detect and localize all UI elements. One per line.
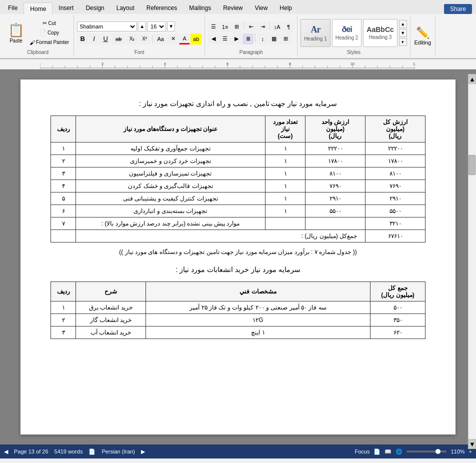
col-count: تعداد مورد نیاز(ست) [266, 116, 306, 142]
tab-layout[interactable]: Layout [110, 2, 140, 14]
utilities-table: جمع کل(میلیون ریال) مشخصات فني شرح ردیف … [50, 282, 426, 339]
tab-mailings[interactable]: Mailings [183, 2, 217, 14]
italic-button[interactable]: I [88, 34, 100, 44]
status-bar: ◀ Page 13 of 26 5419 words 📄 Persian (Ir… [0, 444, 476, 458]
bold-button[interactable]: B [77, 34, 88, 44]
style-heading1[interactable]: Ar Heading 1 [300, 19, 330, 47]
tab-design[interactable]: Design [80, 2, 110, 14]
style-heading3[interactable]: AaBbCc Heading 3 [363, 19, 397, 47]
document-container[interactable]: ▲ ▼ سرمایه مورد نیاز جهت تامین , نصب و ر… [0, 70, 476, 444]
styles-more[interactable]: ▾ [399, 38, 407, 46]
section2-title: سرمایه مورد نیاز خرید انشعابات مورد نیاز… [50, 266, 426, 274]
scroll-thumb[interactable] [468, 155, 476, 175]
align-right-button[interactable]: ▶ [231, 34, 242, 44]
ruler: // will draw via JS below 24681012 [0, 60, 476, 70]
table-row: ۳۵۰ ۱۲G خرید انشعاب گاز ۲ [51, 314, 426, 326]
paragraph-group-label: Paragraph [240, 50, 263, 56]
shading-button[interactable]: ▦ [268, 34, 280, 44]
format-painter-icon: 🖌 [30, 40, 35, 46]
styles-group-label: Styles [347, 50, 360, 56]
decrease-indent-button[interactable]: ⇤ [246, 22, 256, 32]
paste-icon: 📋 [8, 22, 24, 38]
copy-button[interactable]: 📄 Copy [28, 28, 70, 38]
sort-button[interactable]: ↕A [272, 22, 282, 32]
table-row: ۳۲۱۰ موارد پیش بینی نشده (برابر چند درصد… [51, 218, 426, 230]
font-group-label: Font [134, 50, 144, 56]
web-view-icon[interactable]: 🌐 [396, 448, 402, 455]
scroll-up-button[interactable]: ▲ [468, 74, 476, 84]
svg-text:6: 6 [226, 62, 229, 66]
zoom-percent: 110% [450, 448, 464, 454]
table-row: ۵۵۰۰ ۵۵۰۰ ۱ تجهیزات بسته‌بندی و انباردار… [51, 205, 426, 218]
svg-text:8: 8 [289, 62, 292, 66]
line-spacing-button[interactable]: ↕ [257, 34, 268, 44]
tab-home[interactable]: Home [24, 2, 52, 14]
cut-button[interactable]: ✂ Cut [28, 19, 70, 28]
style-heading2[interactable]: ðеi Heading 2 [332, 19, 362, 47]
numbering-button[interactable]: 1≡ [220, 22, 230, 32]
col-id: ردیف [51, 116, 76, 142]
copy-icon: 📄 [40, 30, 46, 36]
underline-button[interactable]: U [100, 34, 111, 44]
font-size-select[interactable]: 16 [147, 22, 166, 32]
styles-scroll-down[interactable]: ▼ [399, 29, 407, 37]
increase-indent-button[interactable]: ⇥ [257, 22, 268, 32]
tab-insert[interactable]: Insert [52, 2, 80, 14]
font-name-select[interactable]: Shabnam [77, 22, 137, 32]
clear-format-button[interactable]: ✕ [168, 34, 178, 44]
document-page: سرمایه مورد نیاز جهت تامین , نصب و راه ا… [20, 80, 456, 434]
justify-button[interactable]: ≣ [242, 34, 254, 44]
col2-id: ردیف [51, 282, 76, 302]
center-button[interactable]: ☰ [220, 34, 230, 44]
styles-group: Ar Heading 1 ðеi Heading 2 AaBbCc Headin… [298, 15, 410, 57]
language: Persian (Iran) [102, 448, 135, 454]
font-color-button[interactable]: A [179, 34, 190, 44]
editing-icon: ✏️ [416, 26, 430, 40]
multilevel-button[interactable]: ⊞ [231, 22, 242, 32]
ribbon-tab-bar: File Home Insert Design Layout Reference… [0, 0, 476, 14]
word-count: 5419 words [54, 448, 83, 454]
change-case-button[interactable]: Aa [154, 34, 167, 44]
highlight-button[interactable]: ab [190, 34, 202, 44]
paste-button[interactable]: 📋 Paste [5, 16, 27, 50]
table-row: ۸۱۰۰ ۸۱۰۰ ۱ تجهیزات تمیزسازی و فیلتراسیو… [51, 168, 426, 180]
format-painter-button[interactable]: 🖌 Format Painter [28, 38, 70, 47]
scroll-down-button[interactable]: ▼ [468, 439, 476, 444]
tab-help[interactable]: Help [274, 2, 298, 14]
table-row: ۱۷۸۰۰ ۱۷۸۰۰ ۱ تجهیزات خرد کردن و خمیرساز… [51, 155, 426, 168]
decrease-font-size-button[interactable]: ▼ [167, 22, 175, 32]
subscript-button[interactable]: X₂ [126, 34, 138, 44]
col2-specs: مشخصات فني [146, 282, 370, 302]
align-left-button[interactable]: ◀ [208, 34, 219, 44]
strikethrough-button[interactable]: ab [112, 34, 126, 44]
svg-text:10: 10 [350, 62, 355, 66]
zoom-thumb [436, 449, 440, 454]
tab-view[interactable]: View [249, 2, 274, 14]
editing-label: Editing [414, 40, 431, 46]
tab-references[interactable]: References [140, 2, 183, 14]
superscript-button[interactable]: X² [138, 34, 150, 44]
scroll-right-btn[interactable]: ▶ [141, 448, 145, 455]
bullets-button[interactable]: ☰ [208, 22, 219, 32]
ribbon-content: 📋 Paste ✂ Cut 📄 Copy 🖌 Format Painter [0, 14, 476, 59]
svg-text:2: 2 [102, 62, 104, 66]
layout-view-icon[interactable]: 📄 [374, 448, 380, 455]
zoom-in-button[interactable]: + [469, 448, 472, 454]
share-button[interactable]: Share [444, 4, 472, 14]
vertical-scrollbar[interactable]: ▲ ▼ [468, 74, 476, 444]
svg-text:4: 4 [164, 62, 166, 66]
focus-button[interactable]: Focus [354, 448, 370, 454]
styles-scroll-up[interactable]: ▲ [399, 20, 407, 28]
col2-name: شرح [76, 282, 146, 302]
show-marks-button[interactable]: ¶ [283, 22, 294, 32]
tab-review[interactable]: Review [217, 2, 248, 14]
zoom-slider[interactable] [406, 450, 446, 452]
read-mode-icon[interactable]: 📖 [384, 448, 392, 455]
table-row: ۷۶۹۰ ۷۶۹۰ ۱ تجهیزات قالب‌گیری و خشک کردن… [51, 180, 426, 192]
table-total-row: ۶۷۶۱۰ جمع‌کل (میلیون ریال) : [51, 230, 426, 242]
borders-button[interactable]: ⊞ [280, 34, 291, 44]
font-group: Shabnam ▲ 16 ▼ B I U ab X₂ X² Aa [74, 15, 205, 57]
increase-font-size-button[interactable]: ▲ [138, 22, 146, 32]
tab-file[interactable]: File [2, 2, 24, 14]
scroll-left-btn[interactable]: ◀ [4, 448, 8, 455]
